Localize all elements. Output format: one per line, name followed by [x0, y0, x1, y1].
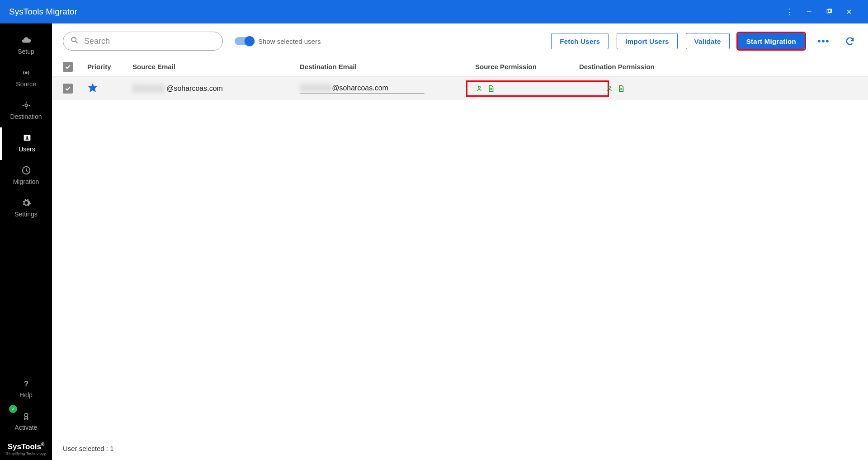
sidebar-item-label: Activate [15, 424, 38, 431]
sidebar: Setup Source Destination Users Migration… [0, 23, 52, 460]
broadcast-icon [21, 68, 31, 78]
titlebar: SysTools Migrator ⋮ [0, 0, 868, 23]
toggle-label: Show selected users [258, 38, 321, 45]
redacted-text: username [300, 84, 332, 92]
sidebar-item-label: Help [19, 391, 33, 399]
sidebar-item-label: Destination [10, 113, 42, 120]
more-options-button[interactable]: ••• [816, 34, 831, 48]
file-permission-icon [617, 84, 625, 93]
sidebar-item-label: Source [16, 80, 36, 88]
priority-star-icon[interactable] [87, 87, 98, 94]
sidebar-item-label: Migration [13, 178, 39, 185]
svg-point-5 [25, 72, 27, 74]
row-checkbox[interactable] [63, 84, 73, 94]
maximize-button[interactable] [819, 5, 839, 19]
table-row[interactable]: username@soharcoas.com username@soharcoa… [52, 77, 868, 100]
svg-point-10 [24, 413, 28, 417]
toolbar: Show selected users Fetch Users Import U… [52, 23, 868, 57]
source-email-cell: username@soharcoas.com [132, 84, 300, 93]
status-footer: User selected : 1 [52, 437, 868, 460]
app-title: SysTools Migrator [9, 7, 779, 17]
sidebar-item-users[interactable]: Users [0, 127, 52, 160]
import-users-button[interactable]: Import Users [617, 33, 677, 49]
svg-point-14 [478, 86, 481, 89]
svg-marker-13 [88, 83, 97, 92]
file-permission-icon [487, 84, 495, 93]
redacted-text: username [132, 84, 165, 93]
sidebar-item-help[interactable]: ? Help [0, 373, 52, 406]
user-card-icon [22, 133, 32, 143]
svg-text:?: ? [24, 380, 28, 388]
col-header-priority: Priority [87, 63, 132, 70]
target-icon [21, 100, 31, 110]
refresh-button[interactable] [843, 34, 857, 48]
start-migration-button[interactable]: Start Migration [738, 33, 805, 49]
user-permission-icon [605, 84, 613, 93]
svg-line-12 [76, 42, 78, 43]
close-button[interactable] [839, 5, 859, 19]
active-status-icon [9, 405, 17, 413]
source-permission-icons [475, 84, 495, 93]
svg-point-8 [26, 136, 28, 138]
source-email-domain: @soharcoas.com [166, 84, 223, 93]
sidebar-item-migration[interactable]: Migration [0, 160, 52, 192]
cloud-icon [21, 35, 31, 45]
sidebar-item-source[interactable]: Source [0, 62, 52, 95]
sidebar-item-destination[interactable]: Destination [0, 95, 52, 127]
search-icon [70, 36, 79, 47]
destination-permission-icons [605, 84, 625, 93]
user-selected-count: User selected : 1 [63, 445, 114, 452]
svg-point-11 [71, 37, 76, 42]
sidebar-item-label: Users [19, 146, 35, 153]
brand-name: SysTools [8, 442, 41, 451]
fetch-users-button[interactable]: Fetch Users [551, 33, 609, 49]
gear-icon [21, 198, 31, 208]
col-header-destination-email: Destination Email [300, 63, 475, 70]
user-permission-icon [475, 84, 483, 93]
table-header: Priority Source Email Destination Email … [52, 57, 868, 77]
sidebar-item-activate[interactable]: Activate [0, 406, 52, 438]
svg-point-6 [25, 104, 28, 107]
badge-icon [21, 411, 31, 421]
show-selected-users-toggle[interactable] [235, 37, 254, 45]
destination-email-domain: @soharcoas.com [332, 84, 388, 92]
destination-email-cell[interactable]: username@soharcoas.com [300, 84, 475, 94]
col-header-source-email: Source Email [132, 63, 300, 70]
sidebar-item-label: Settings [14, 211, 38, 218]
minimize-button[interactable] [799, 5, 819, 19]
titlebar-menu-icon[interactable]: ⋮ [779, 5, 799, 19]
col-header-source-permission: Source Permission [475, 63, 579, 70]
search-input[interactable] [63, 32, 223, 51]
history-icon [21, 165, 31, 175]
sidebar-item-label: Setup [18, 48, 34, 55]
sidebar-item-settings[interactable]: Settings [0, 192, 52, 225]
brand-tagline: Simplifying Technology [0, 451, 52, 455]
help-icon: ? [21, 379, 31, 389]
col-header-destination-permission: Destination Permission [579, 63, 857, 70]
select-all-checkbox[interactable] [63, 62, 73, 72]
sidebar-item-setup[interactable]: Setup [0, 30, 52, 62]
brand-footer: SysTools® Simplifying Technology [0, 438, 52, 460]
validate-button[interactable]: Validate [686, 33, 730, 49]
svg-point-17 [609, 86, 611, 89]
